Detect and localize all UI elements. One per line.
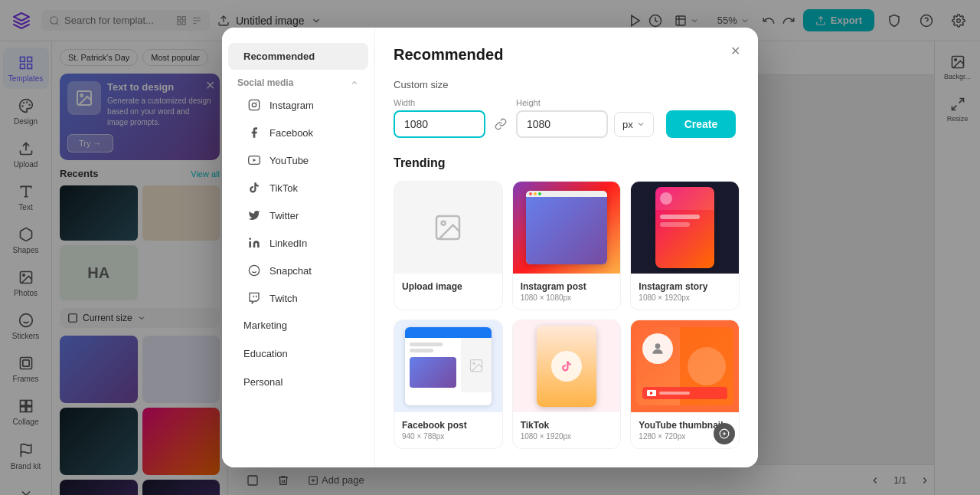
modal-nav-snapchat[interactable]: Snapchat <box>222 257 374 284</box>
facebook-icon <box>247 125 262 140</box>
modal-nav-twitch[interactable]: Twitch <box>222 284 374 312</box>
svg-marker-70 <box>651 392 654 395</box>
modal-nav-marketing[interactable]: Marketing <box>228 312 368 339</box>
unit-select[interactable]: px <box>614 112 654 137</box>
modal-nav-linkedin[interactable]: LinkedIn <box>222 229 374 257</box>
recommended-modal: Recommended Social media Instagram Faceb… <box>222 28 758 467</box>
svg-point-53 <box>256 102 257 103</box>
modal-nav-tiktok[interactable]: TikTok <box>222 174 374 202</box>
custom-size-section: Custom size Width Height px <box>394 79 740 138</box>
ig-post-card-info: Instagram post 1080 × 1080px <box>513 274 621 310</box>
ig-post-size: 1080 × 1080px <box>521 293 613 302</box>
link-dimensions-icon[interactable] <box>492 115 510 133</box>
upload-card-image <box>394 182 502 274</box>
snapchat-icon <box>247 263 262 278</box>
twitch-icon <box>247 290 262 306</box>
svg-point-52 <box>252 103 256 107</box>
ig-story-size: 1080 × 1920px <box>639 293 731 302</box>
modal-nav-instagram[interactable]: Instagram <box>222 91 374 119</box>
modal-nav: Recommended Social media Instagram Faceb… <box>222 28 375 467</box>
fb-post-size: 940 × 788px <box>402 432 495 441</box>
svg-point-68 <box>473 362 475 364</box>
modal-content: ✕ Recommended Custom size Width Height <box>375 28 758 467</box>
modal-nav-facebook[interactable]: Facebook <box>222 119 374 146</box>
svg-rect-51 <box>249 100 259 110</box>
svg-point-63 <box>442 221 446 225</box>
trending-card-ig-story[interactable]: Instagram story 1080 × 1920px <box>630 181 740 310</box>
ig-post-card-image <box>513 182 621 274</box>
modal-nav-social-media[interactable]: Social media <box>222 71 374 91</box>
tiktok-card-info: TikTok 1080 × 1920px <box>513 412 621 448</box>
twitter-icon <box>247 208 262 223</box>
yt-thumb-card-image <box>631 320 739 412</box>
svg-rect-55 <box>249 241 251 248</box>
tiktok-icon <box>247 180 262 195</box>
create-button[interactable]: Create <box>666 110 737 138</box>
trending-card-ig-post[interactable]: Instagram post 1080 × 1080px <box>512 181 622 310</box>
tiktok-size: 1080 × 1920px <box>521 432 613 441</box>
linkedin-icon <box>247 235 262 251</box>
fb-post-name: Facebook post <box>402 420 495 431</box>
modal-title: Recommended <box>394 46 740 64</box>
svg-point-56 <box>249 238 251 240</box>
svg-point-69 <box>655 343 661 349</box>
ig-story-card-info: Instagram story 1080 × 1920px <box>631 274 739 310</box>
trending-grid: Upload image <box>394 181 740 449</box>
ig-story-name: Instagram story <box>639 281 731 292</box>
height-input-group: Height <box>516 98 608 138</box>
trending-title: Trending <box>394 156 740 170</box>
width-input-group: Width <box>394 98 485 138</box>
youtube-icon <box>247 152 262 168</box>
size-inputs: Width Height px Create <box>394 98 740 138</box>
width-label: Width <box>394 98 485 107</box>
modal-nav-personal[interactable]: Personal <box>228 369 368 395</box>
modal-nav-twitter[interactable]: Twitter <box>222 202 374 229</box>
ig-post-name: Instagram post <box>521 281 613 292</box>
width-input[interactable] <box>394 110 485 138</box>
svg-marker-54 <box>253 159 256 162</box>
tiktok-card-image <box>513 320 621 412</box>
upload-card-info: Upload image <box>394 274 502 300</box>
height-label: Height <box>516 98 608 107</box>
modal-nav-recommended[interactable]: Recommended <box>228 43 368 70</box>
unit-label: px <box>622 119 633 130</box>
fb-post-card-image <box>394 320 502 412</box>
trending-card-fb-post[interactable]: Facebook post 940 × 788px <box>394 320 503 449</box>
fb-post-card-info: Facebook post 940 × 788px <box>394 412 502 448</box>
trending-card-tiktok[interactable]: TikTok 1080 × 1920px <box>512 320 622 449</box>
upload-card-name: Upload image <box>402 281 495 292</box>
modal-nav-education[interactable]: Education <box>228 340 368 367</box>
instagram-icon <box>247 97 262 113</box>
modal-close-button[interactable]: ✕ <box>724 40 746 61</box>
modal-nav-youtube[interactable]: YouTube <box>222 146 374 174</box>
modal-overlay: Recommended Social media Instagram Faceb… <box>0 0 980 495</box>
tiktok-name: TikTok <box>521 420 613 431</box>
height-input[interactable] <box>516 110 608 138</box>
custom-size-label: Custom size <box>394 79 740 90</box>
svg-point-57 <box>249 265 259 275</box>
ig-story-card-image <box>631 182 739 274</box>
trending-card-upload[interactable]: Upload image <box>394 181 503 310</box>
